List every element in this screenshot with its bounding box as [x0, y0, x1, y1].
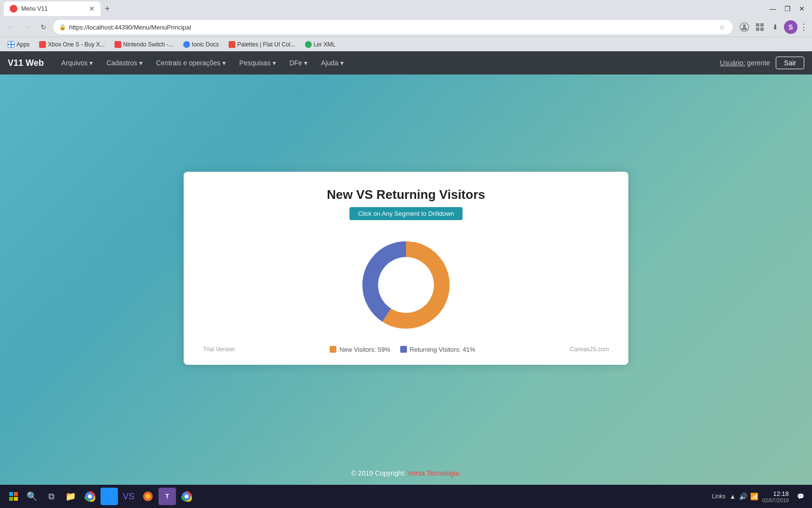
bookmark-nintendo-label: Nintendo Switch -...: [123, 41, 174, 48]
svg-rect-16: [14, 497, 18, 501]
bookmark-palettes-label: Palettes | Flat UI Col...: [237, 41, 295, 48]
legend-returning-visitors: Returning Visitors: 41%: [400, 346, 476, 353]
profile-icon[interactable]: [738, 20, 751, 34]
bookmark-xml[interactable]: Ler XML: [301, 40, 339, 49]
browser-right-icons: ⬇ S ⋮: [738, 20, 808, 34]
search-taskbar-icon[interactable]: 🔍: [23, 488, 41, 505]
address-bar[interactable]: 🔒 https://localhost:44390/Menu/MenuPrinc…: [53, 20, 733, 34]
time-display[interactable]: 12:18 02/07/2019: [762, 490, 789, 503]
browser-frame: Menu V11 ✕ + — ❐ ✕ ← → ↻ 🔒 https://local…: [0, 0, 812, 51]
svg-point-21: [145, 494, 150, 499]
chart-area: [203, 232, 609, 338]
legend-returning-label: Returning Visitors: 41%: [410, 346, 476, 353]
svg-rect-7: [12, 42, 14, 44]
close-button[interactable]: ✕: [796, 2, 808, 15]
chrome-icon[interactable]: [81, 488, 99, 505]
nav-item-centrais[interactable]: Centrais e operações ▾: [150, 55, 232, 71]
maximize-button[interactable]: ❐: [781, 2, 794, 15]
taskbar-right-icons: ▲ 🔊 📶: [729, 493, 758, 500]
svg-point-23: [185, 494, 188, 498]
bookmark-xml-label: Ler XML: [314, 41, 335, 48]
up-arrow-icon[interactable]: ▲: [729, 493, 736, 500]
volume-icon[interactable]: 🔊: [739, 493, 747, 500]
app-navbar: V11 Web Arquivos ▾ Cadastros ▾ Centrais …: [0, 51, 812, 75]
purple-icon[interactable]: T: [159, 488, 176, 505]
svg-rect-8: [8, 45, 11, 47]
bookmark-apps[interactable]: Apps: [4, 40, 33, 49]
svg-rect-3: [760, 23, 764, 27]
nav-item-dfe[interactable]: DFe ▾: [284, 55, 313, 71]
url-text: https://localhost:44390/Menu/MenuPrincip…: [69, 24, 714, 31]
nav-item-arquivos[interactable]: Arquivos ▾: [56, 55, 99, 71]
date: 02/07/2019: [762, 497, 789, 503]
chrome2-icon[interactable]: [178, 488, 195, 505]
bookmark-ionic[interactable]: Ionic Docs: [179, 40, 223, 49]
xbox-favicon: [39, 41, 46, 48]
address-right-icons: ☆: [717, 22, 727, 32]
browser-menu-button[interactable]: ⋮: [799, 22, 808, 32]
returning-visitors-color: [400, 346, 407, 353]
task-view-icon[interactable]: ⧉: [43, 488, 60, 505]
watermark-right: CanvasJS.com: [570, 346, 609, 353]
nav-item-pesquisas[interactable]: Pesquisas ▾: [233, 55, 282, 71]
address-bar-row: ← → ↻ 🔒 https://localhost:44390/Menu/Men…: [0, 17, 812, 37]
watermark-left: Trial Version: [203, 346, 235, 353]
bookmark-palettes[interactable]: Palettes | Flat UI Col...: [225, 40, 299, 49]
file-explorer-icon[interactable]: 📁: [62, 488, 79, 505]
bookmark-xbox-label: Xbox One S - Buy X...: [48, 41, 104, 48]
legend-new-visitors: New Visitors: 59%: [330, 346, 390, 353]
new-visitors-color: [330, 346, 336, 353]
page-footer: © 2019 Copyright: Versa Tecnologia.: [0, 462, 812, 485]
sair-button[interactable]: Sair: [776, 57, 804, 69]
bookmark-apps-label: Apps: [16, 41, 29, 48]
download-icon[interactable]: ⬇: [768, 20, 782, 34]
donut-chart[interactable]: [355, 234, 457, 336]
svg-rect-6: [8, 42, 11, 44]
back-button[interactable]: ←: [4, 20, 17, 34]
forward-button[interactable]: →: [20, 20, 34, 34]
svg-rect-9: [12, 45, 14, 47]
brand-label: V11 Web: [8, 58, 44, 68]
svg-point-12: [378, 257, 434, 313]
window-controls: — ❐ ✕: [767, 2, 808, 15]
title-bar: Menu V11 ✕ + — ❐ ✕: [0, 0, 812, 17]
star-icon[interactable]: ☆: [717, 22, 727, 32]
refresh-button[interactable]: ↻: [37, 20, 50, 34]
svg-rect-5: [760, 28, 764, 31]
bookmark-nintendo[interactable]: Nintendo Switch -...: [111, 40, 177, 49]
vs-icon[interactable]: VS: [120, 488, 137, 505]
footer-text: © 2019 Copyright:: [351, 469, 406, 477]
user-label: Usuário: gerente: [720, 59, 770, 67]
bookmark-xbox[interactable]: Xbox One S - Buy X...: [35, 40, 108, 49]
svg-point-18: [88, 494, 92, 498]
svg-rect-13: [9, 492, 13, 496]
nav-menu: Arquivos ▾ Cadastros ▾ Centrais e operaç…: [56, 55, 720, 71]
browser-tab[interactable]: Menu V11 ✕: [4, 1, 101, 16]
windows-icon[interactable]: [101, 488, 118, 505]
network-icon[interactable]: 📶: [750, 493, 758, 500]
minimize-button[interactable]: —: [767, 2, 779, 15]
extensions-icon[interactable]: [753, 20, 767, 34]
palettes-favicon: [229, 41, 235, 48]
drilldown-button[interactable]: Click on Any Segment to Drilldown: [349, 207, 463, 220]
new-tab-button[interactable]: +: [101, 2, 114, 15]
chart-legend: New Visitors: 59% Returning Visitors: 41…: [330, 346, 475, 353]
svg-rect-14: [14, 492, 18, 496]
taskbar-icons: 🔍 ⧉ 📁 VS T: [23, 488, 195, 505]
bookmark-ionic-label: Ionic Docs: [192, 41, 219, 48]
footer-link[interactable]: Versa Tecnologia.: [407, 469, 461, 477]
user-avatar[interactable]: S: [784, 20, 798, 34]
notification-button[interactable]: 💬: [793, 489, 808, 504]
nav-item-cadastros[interactable]: Cadastros ▾: [101, 55, 148, 71]
tab-close-button[interactable]: ✕: [89, 5, 95, 13]
bookmarks-bar: Apps Xbox One S - Buy X... Nintendo Swit…: [0, 37, 812, 51]
chart-footer: Trial Version New Visitors: 59% Returnin…: [203, 346, 609, 353]
nintendo-favicon: [115, 41, 121, 48]
lock-icon: 🔒: [59, 24, 66, 30]
svg-rect-2: [756, 23, 759, 27]
start-button[interactable]: [4, 487, 23, 506]
nav-item-ajuda[interactable]: Ajuda ▾: [315, 55, 349, 71]
firefox-icon[interactable]: [139, 488, 157, 505]
ionic-favicon: [183, 41, 190, 48]
time: 12:18: [762, 490, 789, 497]
